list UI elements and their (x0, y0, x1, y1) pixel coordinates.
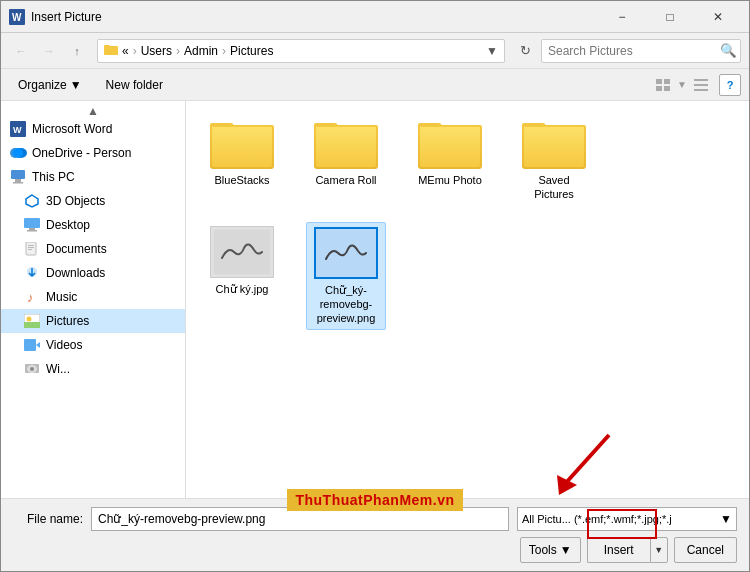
search-box[interactable]: 🔍 (541, 39, 741, 63)
files-row: Chữ ký.jpg Chữ_ký-removebg-preview.png (202, 222, 733, 331)
cancel-button[interactable]: Cancel (674, 537, 737, 563)
bottom-bar: File name: All Pictu... (*.emf;*.wmf;*.j… (1, 498, 749, 571)
sidebar-label-onedrive: OneDrive - Person (32, 146, 131, 160)
title-bar: W Insert Picture − □ ✕ (1, 1, 749, 33)
help-button[interactable]: ? (719, 74, 741, 96)
sidebar-item-pictures[interactable]: Pictures (1, 309, 185, 333)
sidebar-label-desktop: Desktop (46, 218, 90, 232)
music-icon: ♪ (23, 288, 41, 306)
svg-rect-20 (24, 218, 40, 228)
svg-rect-17 (15, 179, 21, 182)
scroll-up-indicator[interactable]: ▲ (1, 105, 185, 117)
sidebar-item-videos[interactable]: Videos (1, 333, 185, 357)
folder-memu-photo[interactable]: MEmu Photo (410, 113, 490, 206)
file-name-field[interactable] (91, 507, 509, 531)
sidebar-item-music[interactable]: ♪ Music (1, 285, 185, 309)
forward-button[interactable]: → (37, 39, 61, 63)
search-input[interactable] (542, 44, 716, 58)
sidebar-item-windows[interactable]: Wi... (1, 357, 185, 381)
svg-rect-9 (694, 84, 708, 86)
svg-rect-22 (27, 230, 37, 232)
file-name-chu-ky-removebg: Chữ_ký-removebg-preview.png (311, 283, 381, 326)
svg-rect-25 (28, 247, 34, 248)
insert-label: Insert (604, 543, 634, 557)
breadcrumb-dropdown-icon[interactable]: ▼ (486, 44, 498, 58)
folder-bluestacks[interactable]: BlueStacks (202, 113, 282, 206)
cancel-label: Cancel (687, 543, 724, 557)
tools-label: Tools (529, 543, 557, 557)
sidebar-label-3d-objects: 3D Objects (46, 194, 105, 208)
organize-button[interactable]: Organize ▼ (9, 74, 91, 96)
breadcrumb[interactable]: « › Users › Admin › Pictures ▼ (97, 39, 505, 63)
up-button[interactable]: ↑ (65, 39, 89, 63)
sidebar-item-desktop[interactable]: Desktop (1, 213, 185, 237)
3d-objects-icon (23, 192, 41, 210)
folder-icon-bluestacks (210, 117, 274, 169)
close-button[interactable]: ✕ (695, 1, 741, 33)
sidebar-label-this-pc: This PC (32, 170, 75, 184)
nav-bar: ← → ↑ « › Users › Admin › Pictures ▼ ↻ 🔍 (1, 33, 749, 69)
sidebar-item-microsoft-word[interactable]: W Microsoft Word (1, 117, 185, 141)
svg-rect-5 (664, 79, 670, 84)
view-dropdown-icon[interactable]: ▼ (677, 79, 687, 90)
sidebar-item-documents[interactable]: Documents (1, 237, 185, 261)
folder-icon-camera-roll (314, 117, 378, 169)
organize-label: Organize (18, 78, 67, 92)
file-chu-ky-removebg[interactable]: Chữ_ký-removebg-preview.png (306, 222, 386, 331)
svg-rect-7 (664, 86, 670, 91)
svg-marker-19 (26, 195, 38, 207)
file-type-select[interactable]: All Pictu... (*.emf;*.wmf;*.jpg;*.j ▼ (517, 507, 737, 531)
word-icon: W (9, 9, 25, 25)
insert-dropdown-button[interactable]: ▼ (650, 537, 668, 563)
search-icon[interactable]: 🔍 (716, 39, 740, 63)
downloads-icon (23, 264, 41, 282)
dialog-title: Insert Picture (31, 10, 599, 24)
folder-icon-memu-photo (418, 117, 482, 169)
svg-rect-16 (11, 170, 25, 179)
toolbar: Organize ▼ New folder ▼ (1, 69, 749, 101)
file-chu-ky-jpg[interactable]: Chữ ký.jpg (202, 222, 282, 331)
refresh-button[interactable]: ↻ (513, 39, 537, 63)
svg-rect-4 (656, 79, 662, 84)
file-type-value: All Pictu... (*.emf;*.wmf;*.jpg;*.j (522, 513, 720, 525)
sidebar: ▲ W Microsoft Word OneDrive - Person (1, 101, 186, 498)
new-folder-label: New folder (106, 78, 163, 92)
folder-name-saved-pictures: Saved Pictures (518, 173, 590, 202)
folder-saved-pictures[interactable]: Saved Pictures (514, 113, 594, 206)
word-sidebar-icon: W (9, 120, 27, 138)
new-folder-button[interactable]: New folder (97, 74, 172, 96)
tools-button[interactable]: Tools ▼ (520, 537, 581, 563)
folder-name-bluestacks: BlueStacks (214, 173, 269, 187)
organize-dropdown-icon: ▼ (70, 78, 82, 92)
sidebar-label-documents: Documents (46, 242, 107, 256)
sidebar-item-downloads[interactable]: Downloads (1, 261, 185, 285)
sidebar-item-this-pc[interactable]: This PC (1, 165, 185, 189)
details-view-button[interactable] (689, 74, 713, 96)
file-name-row: File name: All Pictu... (*.emf;*.wmf;*.j… (13, 507, 737, 531)
insert-button[interactable]: Insert (587, 537, 650, 563)
maximize-button[interactable]: □ (647, 1, 693, 33)
pictures-icon (23, 312, 41, 330)
sidebar-label-music: Music (46, 290, 77, 304)
svg-rect-18 (13, 182, 23, 184)
folder-name-memu-photo: MEmu Photo (418, 173, 482, 187)
view-toggle-button[interactable] (651, 74, 675, 96)
file-name-label: File name: (13, 512, 83, 526)
svg-point-15 (13, 148, 23, 158)
insert-button-group: Insert ▼ (587, 537, 668, 563)
back-button[interactable]: ← (9, 39, 33, 63)
sidebar-label-videos: Videos (46, 338, 82, 352)
svg-point-31 (27, 317, 32, 322)
folders-row: BlueStacks Camera Roll (202, 113, 733, 206)
windows-drive-icon (23, 360, 41, 378)
svg-rect-8 (694, 79, 708, 81)
folder-camera-roll[interactable]: Camera Roll (306, 113, 386, 206)
sidebar-item-onedrive[interactable]: OneDrive - Person (1, 141, 185, 165)
sidebar-item-3d-objects[interactable]: 3D Objects (1, 189, 185, 213)
svg-rect-6 (656, 86, 662, 91)
desktop-icon (23, 216, 41, 234)
minimize-button[interactable]: − (599, 1, 645, 33)
main-content: ▲ W Microsoft Word OneDrive - Person (1, 101, 749, 498)
this-pc-icon (9, 168, 27, 186)
svg-text:W: W (12, 12, 22, 23)
